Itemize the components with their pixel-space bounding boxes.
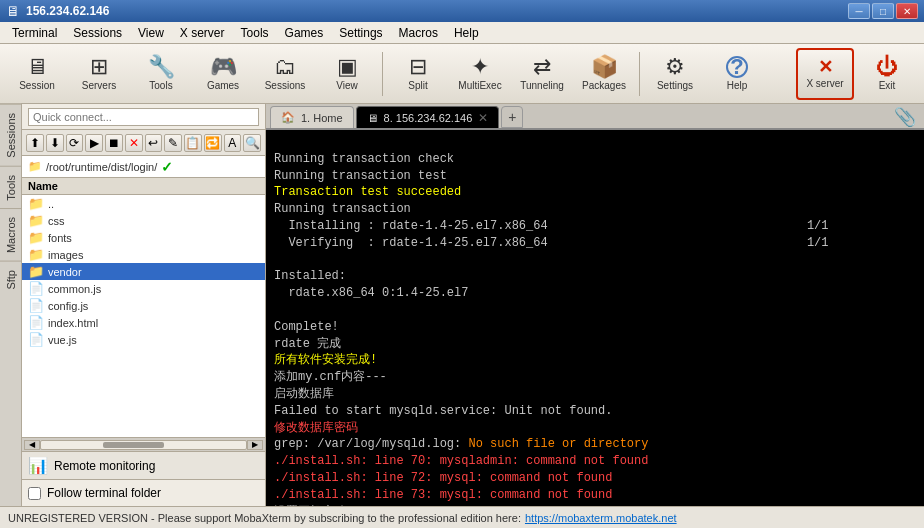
sidebar-tab-sessions[interactable]: Sessions (0, 104, 21, 166)
tab-bar: 🏠 1. Home 🖥 8. 156.234.62.146 ✕ + 📎 (266, 104, 924, 130)
menu-view[interactable]: View (130, 24, 172, 42)
sidebar-tab-sftp[interactable]: Sftp (0, 261, 21, 298)
left-panel-bottom: ◀ ▶ 📊 Remote monitoring Follow terminal … (22, 437, 265, 506)
file-btn-close[interactable]: ✕ (125, 134, 143, 152)
file-name: fonts (48, 232, 72, 244)
toolbar-separator-2 (639, 52, 640, 96)
remote-monitoring-bar[interactable]: 📊 Remote monitoring (22, 452, 265, 480)
tab-attach-btn[interactable]: 📎 (890, 106, 920, 128)
toolbar-session-label: Session (19, 80, 55, 91)
toolbar-tools[interactable]: 🔧 Tools (132, 48, 190, 100)
folder-icon: 📁 (28, 213, 44, 228)
toolbar-split[interactable]: ⊟ Split (389, 48, 447, 100)
menu-games[interactable]: Games (277, 24, 332, 42)
file-btn-font[interactable]: A (224, 134, 242, 152)
toolbar-separator-1 (382, 52, 383, 96)
scroll-right-btn[interactable]: ▶ (247, 440, 263, 450)
toolbar-games[interactable]: 🎮 Games (194, 48, 252, 100)
file-btn-up[interactable]: ⬆ (26, 134, 44, 152)
toolbar: 🖥 Session ⊞ Servers 🔧 Tools 🎮 Games 🗂 Se… (0, 44, 924, 104)
menu-macros[interactable]: Macros (391, 24, 446, 42)
toolbar-exit-label: Exit (879, 80, 896, 91)
scrollbar-area[interactable]: ◀ ▶ (22, 438, 265, 452)
sessions-icon: 🗂 (274, 56, 296, 78)
tunneling-icon: ⇄ (533, 56, 551, 78)
list-item[interactable]: 📄 index.html (22, 314, 265, 331)
follow-terminal-bar: Follow terminal folder (22, 480, 265, 506)
toolbar-help-label: Help (727, 80, 748, 91)
file-btn-back[interactable]: ↩ (145, 134, 163, 152)
toolbar-help[interactable]: ? Help (708, 48, 766, 100)
file-btn-copy[interactable]: 📋 (184, 134, 202, 152)
xserver-icon: ✕ (818, 58, 833, 76)
file-btn-search[interactable]: 🔍 (243, 134, 261, 152)
list-item[interactable]: 📁 .. (22, 195, 265, 212)
menu-help[interactable]: Help (446, 24, 487, 42)
toolbar-tools-label: Tools (149, 80, 172, 91)
quick-connect-bar (22, 104, 265, 130)
toolbar-settings[interactable]: ⚙ Settings (646, 48, 704, 100)
toolbar-view-label: View (336, 80, 358, 91)
toolbar-view[interactable]: ▣ View (318, 48, 376, 100)
list-item[interactable]: 📄 common.js (22, 280, 265, 297)
tab-add-btn[interactable]: + (501, 106, 523, 128)
file-btn-down[interactable]: ⬇ (46, 134, 64, 152)
file-icon: 📄 (28, 332, 44, 347)
toolbar-packages-label: Packages (582, 80, 626, 91)
toolbar-packages[interactable]: 📦 Packages (575, 48, 633, 100)
path-bar: 📁 /root/runtime/dist/login/ ✓ (22, 156, 265, 178)
file-name: vue.js (48, 334, 77, 346)
file-toolbar: ⬆ ⬇ ⟳ ▶ ⏹ ✕ ↩ ✎ 📋 🔁 A 🔍 (22, 130, 265, 156)
list-item[interactable]: 📁 fonts (22, 229, 265, 246)
toolbar-session[interactable]: 🖥 Session (8, 48, 66, 100)
file-btn-stop[interactable]: ⏹ (105, 134, 123, 152)
maximize-button[interactable]: □ (872, 3, 894, 19)
status-link[interactable]: https://mobaxterm.mobatek.net (525, 512, 677, 524)
multiexec-icon: ✦ (471, 56, 489, 78)
list-item-vendor[interactable]: 📁 vendor (22, 263, 265, 280)
toolbar-multiexec[interactable]: ✦ MultiExec (451, 48, 509, 100)
menu-settings[interactable]: Settings (331, 24, 390, 42)
toolbar-tunneling[interactable]: ⇄ Tunneling (513, 48, 571, 100)
folder-icon: 📁 (28, 230, 44, 245)
minimize-button[interactable]: ─ (848, 3, 870, 19)
file-btn-edit[interactable]: ✎ (164, 134, 182, 152)
list-item[interactable]: 📄 config.js (22, 297, 265, 314)
toolbar-servers[interactable]: ⊞ Servers (70, 48, 128, 100)
menu-xserver[interactable]: X server (172, 24, 233, 42)
menu-tools[interactable]: Tools (233, 24, 277, 42)
toolbar-sessions[interactable]: 🗂 Sessions (256, 48, 314, 100)
window-controls: ─ □ ✕ (848, 3, 918, 19)
tab-close-btn[interactable]: ✕ (478, 111, 488, 125)
monitor-icon: 📊 (28, 456, 48, 475)
title-bar: 🖥 156.234.62.146 ─ □ ✕ (0, 0, 924, 22)
file-name: .. (48, 198, 54, 210)
menu-sessions[interactable]: Sessions (65, 24, 130, 42)
tools-icon: 🔧 (148, 56, 175, 78)
right-panel: 🏠 1. Home 🖥 8. 156.234.62.146 ✕ + 📎 Runn… (266, 104, 924, 506)
status-bar: UNREGISTERED VERSION - Please support Mo… (0, 506, 924, 528)
file-list[interactable]: Name 📁 .. 📁 css 📁 fonts 📁 images 📁 vendo… (22, 178, 265, 437)
tab-home[interactable]: 🏠 1. Home (270, 106, 354, 128)
list-item[interactable]: 📁 css (22, 212, 265, 229)
scroll-left-btn[interactable]: ◀ (24, 440, 40, 450)
quick-connect-input[interactable] (28, 108, 259, 126)
file-btn-sync[interactable]: 🔁 (204, 134, 222, 152)
file-btn-refresh[interactable]: ⟳ (66, 134, 84, 152)
toolbar-right-group: ✕ X server ⏻ Exit (796, 48, 916, 100)
scrollbar-track[interactable] (40, 440, 247, 450)
close-button[interactable]: ✕ (896, 3, 918, 19)
tab-ssh[interactable]: 🖥 8. 156.234.62.146 ✕ (356, 106, 500, 128)
menu-terminal[interactable]: Terminal (4, 24, 65, 42)
list-item[interactable]: 📁 images (22, 246, 265, 263)
file-list-header[interactable]: Name (22, 178, 265, 195)
follow-terminal-checkbox[interactable] (28, 487, 41, 500)
file-btn-play[interactable]: ▶ (85, 134, 103, 152)
toolbar-xserver[interactable]: ✕ X server (796, 48, 854, 100)
file-icon: 📄 (28, 298, 44, 313)
sidebar-tab-macros[interactable]: Macros (0, 208, 21, 261)
list-item[interactable]: 📄 vue.js (22, 331, 265, 348)
file-name: config.js (48, 300, 88, 312)
sidebar-tab-tools[interactable]: Tools (0, 166, 21, 209)
toolbar-exit[interactable]: ⏻ Exit (858, 48, 916, 100)
